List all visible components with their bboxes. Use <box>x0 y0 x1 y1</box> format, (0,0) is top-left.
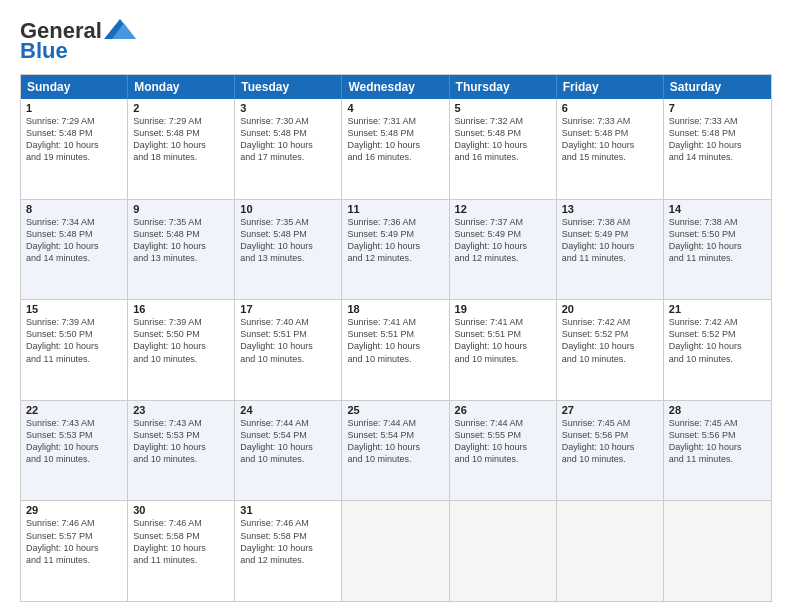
day-number: 28 <box>669 404 766 416</box>
page: General Blue Sunday Monday Tuesday Wedne… <box>0 0 792 612</box>
day-number: 25 <box>347 404 443 416</box>
day-number: 10 <box>240 203 336 215</box>
calendar-cell: 24Sunrise: 7:44 AMSunset: 5:54 PMDayligh… <box>235 401 342 501</box>
calendar-cell: 28Sunrise: 7:45 AMSunset: 5:56 PMDayligh… <box>664 401 771 501</box>
calendar-cell: 31Sunrise: 7:46 AMSunset: 5:58 PMDayligh… <box>235 501 342 601</box>
day-number: 30 <box>133 504 229 516</box>
cell-info: Sunrise: 7:46 AMSunset: 5:58 PMDaylight:… <box>240 517 336 566</box>
cell-info: Sunrise: 7:44 AMSunset: 5:55 PMDaylight:… <box>455 417 551 466</box>
calendar-cell <box>342 501 449 601</box>
day-number: 19 <box>455 303 551 315</box>
week-row-1: 1Sunrise: 7:29 AMSunset: 5:48 PMDaylight… <box>21 99 771 199</box>
calendar-cell: 26Sunrise: 7:44 AMSunset: 5:55 PMDayligh… <box>450 401 557 501</box>
day-number: 9 <box>133 203 229 215</box>
cell-info: Sunrise: 7:30 AMSunset: 5:48 PMDaylight:… <box>240 115 336 164</box>
cell-info: Sunrise: 7:40 AMSunset: 5:51 PMDaylight:… <box>240 316 336 365</box>
cell-info: Sunrise: 7:29 AMSunset: 5:48 PMDaylight:… <box>133 115 229 164</box>
calendar-cell: 7Sunrise: 7:33 AMSunset: 5:48 PMDaylight… <box>664 99 771 199</box>
calendar-cell: 6Sunrise: 7:33 AMSunset: 5:48 PMDaylight… <box>557 99 664 199</box>
cell-info: Sunrise: 7:38 AMSunset: 5:50 PMDaylight:… <box>669 216 766 265</box>
day-number: 29 <box>26 504 122 516</box>
cell-info: Sunrise: 7:44 AMSunset: 5:54 PMDaylight:… <box>240 417 336 466</box>
calendar-cell: 10Sunrise: 7:35 AMSunset: 5:48 PMDayligh… <box>235 200 342 300</box>
day-number: 22 <box>26 404 122 416</box>
header-saturday: Saturday <box>664 75 771 99</box>
cell-info: Sunrise: 7:39 AMSunset: 5:50 PMDaylight:… <box>26 316 122 365</box>
cell-info: Sunrise: 7:45 AMSunset: 5:56 PMDaylight:… <box>562 417 658 466</box>
day-number: 1 <box>26 102 122 114</box>
day-number: 15 <box>26 303 122 315</box>
cell-info: Sunrise: 7:36 AMSunset: 5:49 PMDaylight:… <box>347 216 443 265</box>
calendar-cell: 2Sunrise: 7:29 AMSunset: 5:48 PMDaylight… <box>128 99 235 199</box>
cell-info: Sunrise: 7:44 AMSunset: 5:54 PMDaylight:… <box>347 417 443 466</box>
calendar-cell: 16Sunrise: 7:39 AMSunset: 5:50 PMDayligh… <box>128 300 235 400</box>
calendar-cell: 23Sunrise: 7:43 AMSunset: 5:53 PMDayligh… <box>128 401 235 501</box>
day-number: 2 <box>133 102 229 114</box>
calendar-cell: 30Sunrise: 7:46 AMSunset: 5:58 PMDayligh… <box>128 501 235 601</box>
header-sunday: Sunday <box>21 75 128 99</box>
calendar-header: Sunday Monday Tuesday Wednesday Thursday… <box>21 75 771 99</box>
calendar-cell: 3Sunrise: 7:30 AMSunset: 5:48 PMDaylight… <box>235 99 342 199</box>
calendar-cell: 17Sunrise: 7:40 AMSunset: 5:51 PMDayligh… <box>235 300 342 400</box>
calendar-cell <box>664 501 771 601</box>
day-number: 7 <box>669 102 766 114</box>
day-number: 24 <box>240 404 336 416</box>
header: General Blue <box>20 18 772 64</box>
calendar-cell: 20Sunrise: 7:42 AMSunset: 5:52 PMDayligh… <box>557 300 664 400</box>
cell-info: Sunrise: 7:32 AMSunset: 5:48 PMDaylight:… <box>455 115 551 164</box>
cell-info: Sunrise: 7:43 AMSunset: 5:53 PMDaylight:… <box>26 417 122 466</box>
cell-info: Sunrise: 7:31 AMSunset: 5:48 PMDaylight:… <box>347 115 443 164</box>
week-row-2: 8Sunrise: 7:34 AMSunset: 5:48 PMDaylight… <box>21 199 771 300</box>
week-row-3: 15Sunrise: 7:39 AMSunset: 5:50 PMDayligh… <box>21 299 771 400</box>
cell-info: Sunrise: 7:38 AMSunset: 5:49 PMDaylight:… <box>562 216 658 265</box>
cell-info: Sunrise: 7:33 AMSunset: 5:48 PMDaylight:… <box>562 115 658 164</box>
logo-blue: Blue <box>20 38 68 64</box>
cell-info: Sunrise: 7:37 AMSunset: 5:49 PMDaylight:… <box>455 216 551 265</box>
cell-info: Sunrise: 7:45 AMSunset: 5:56 PMDaylight:… <box>669 417 766 466</box>
day-number: 18 <box>347 303 443 315</box>
cell-info: Sunrise: 7:33 AMSunset: 5:48 PMDaylight:… <box>669 115 766 164</box>
calendar-cell: 14Sunrise: 7:38 AMSunset: 5:50 PMDayligh… <box>664 200 771 300</box>
logo-icon <box>104 19 136 39</box>
header-wednesday: Wednesday <box>342 75 449 99</box>
day-number: 6 <box>562 102 658 114</box>
day-number: 8 <box>26 203 122 215</box>
day-number: 23 <box>133 404 229 416</box>
cell-info: Sunrise: 7:41 AMSunset: 5:51 PMDaylight:… <box>347 316 443 365</box>
calendar-cell: 22Sunrise: 7:43 AMSunset: 5:53 PMDayligh… <box>21 401 128 501</box>
cell-info: Sunrise: 7:35 AMSunset: 5:48 PMDaylight:… <box>240 216 336 265</box>
calendar-body: 1Sunrise: 7:29 AMSunset: 5:48 PMDaylight… <box>21 99 771 601</box>
day-number: 31 <box>240 504 336 516</box>
logo: General Blue <box>20 18 136 64</box>
header-thursday: Thursday <box>450 75 557 99</box>
calendar-cell: 5Sunrise: 7:32 AMSunset: 5:48 PMDaylight… <box>450 99 557 199</box>
calendar-cell: 1Sunrise: 7:29 AMSunset: 5:48 PMDaylight… <box>21 99 128 199</box>
calendar: Sunday Monday Tuesday Wednesday Thursday… <box>20 74 772 602</box>
calendar-cell: 19Sunrise: 7:41 AMSunset: 5:51 PMDayligh… <box>450 300 557 400</box>
calendar-cell: 29Sunrise: 7:46 AMSunset: 5:57 PMDayligh… <box>21 501 128 601</box>
day-number: 27 <box>562 404 658 416</box>
day-number: 5 <box>455 102 551 114</box>
calendar-cell: 12Sunrise: 7:37 AMSunset: 5:49 PMDayligh… <box>450 200 557 300</box>
day-number: 11 <box>347 203 443 215</box>
cell-info: Sunrise: 7:34 AMSunset: 5:48 PMDaylight:… <box>26 216 122 265</box>
cell-info: Sunrise: 7:41 AMSunset: 5:51 PMDaylight:… <box>455 316 551 365</box>
calendar-cell: 11Sunrise: 7:36 AMSunset: 5:49 PMDayligh… <box>342 200 449 300</box>
calendar-cell: 9Sunrise: 7:35 AMSunset: 5:48 PMDaylight… <box>128 200 235 300</box>
cell-info: Sunrise: 7:43 AMSunset: 5:53 PMDaylight:… <box>133 417 229 466</box>
calendar-cell: 8Sunrise: 7:34 AMSunset: 5:48 PMDaylight… <box>21 200 128 300</box>
calendar-cell <box>450 501 557 601</box>
cell-info: Sunrise: 7:39 AMSunset: 5:50 PMDaylight:… <box>133 316 229 365</box>
day-number: 16 <box>133 303 229 315</box>
header-monday: Monday <box>128 75 235 99</box>
calendar-cell: 18Sunrise: 7:41 AMSunset: 5:51 PMDayligh… <box>342 300 449 400</box>
day-number: 12 <box>455 203 551 215</box>
calendar-cell: 4Sunrise: 7:31 AMSunset: 5:48 PMDaylight… <box>342 99 449 199</box>
calendar-cell: 15Sunrise: 7:39 AMSunset: 5:50 PMDayligh… <box>21 300 128 400</box>
day-number: 17 <box>240 303 336 315</box>
cell-info: Sunrise: 7:42 AMSunset: 5:52 PMDaylight:… <box>669 316 766 365</box>
day-number: 21 <box>669 303 766 315</box>
week-row-4: 22Sunrise: 7:43 AMSunset: 5:53 PMDayligh… <box>21 400 771 501</box>
cell-info: Sunrise: 7:29 AMSunset: 5:48 PMDaylight:… <box>26 115 122 164</box>
calendar-cell: 27Sunrise: 7:45 AMSunset: 5:56 PMDayligh… <box>557 401 664 501</box>
